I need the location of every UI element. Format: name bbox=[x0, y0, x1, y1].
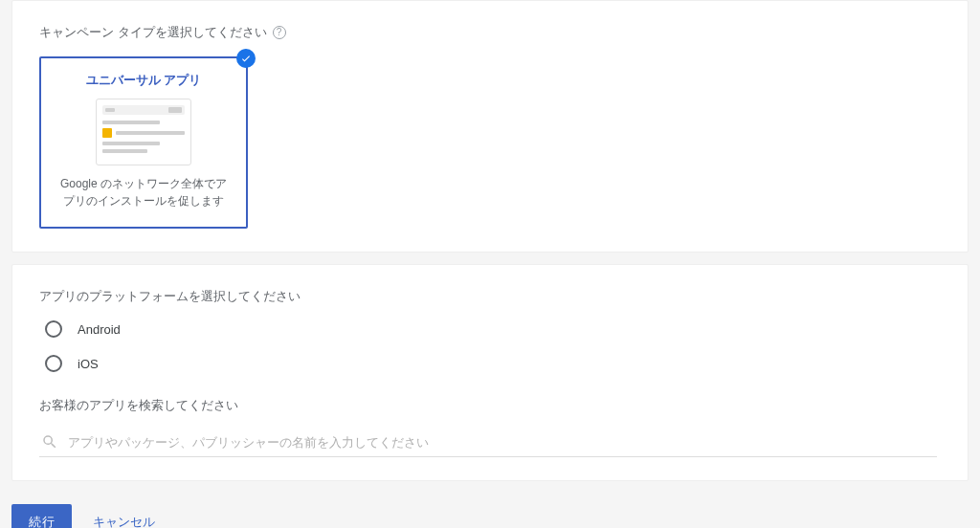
footer-actions: 続行 キャンセル bbox=[0, 493, 980, 528]
selected-check-icon bbox=[236, 49, 256, 68]
cancel-button[interactable]: キャンセル bbox=[93, 514, 155, 528]
platform-label: アプリのプラットフォームを選択してください bbox=[39, 288, 941, 305]
search-icon bbox=[41, 433, 58, 451]
campaign-type-option-universal-app[interactable]: ユニバーサル アプリ Google のネットワーク全体でアプリのインストールを促… bbox=[39, 56, 248, 229]
campaign-type-title: ユニバーサル アプリ bbox=[51, 72, 236, 89]
continue-button[interactable]: 続行 bbox=[11, 504, 72, 528]
platform-option-ios[interactable]: iOS bbox=[45, 355, 941, 372]
campaign-type-label-row: キャンペーン タイプを選択してください ? bbox=[39, 24, 941, 41]
platform-option-label: iOS bbox=[78, 357, 99, 371]
platform-option-label: Android bbox=[78, 322, 121, 337]
platform-card-section: アプリのプラットフォームを選択してください Android iOS お客様のアプ… bbox=[11, 264, 969, 481]
campaign-illustration bbox=[96, 99, 191, 165]
app-search-field[interactable] bbox=[39, 428, 937, 457]
radio-icon bbox=[45, 355, 62, 372]
platform-option-android[interactable]: Android bbox=[45, 320, 941, 338]
radio-icon bbox=[45, 320, 62, 338]
app-search-input[interactable] bbox=[68, 435, 935, 450]
campaign-type-label: キャンペーン タイプを選択してください bbox=[39, 24, 267, 41]
campaign-type-card-section: キャンペーン タイプを選択してください ? ユニバーサル アプリ Google … bbox=[11, 0, 969, 253]
campaign-type-description: Google のネットワーク全体でアプリのインストールを促します bbox=[51, 175, 236, 209]
help-icon[interactable]: ? bbox=[273, 26, 286, 39]
app-search-label: お客様のアプリを検索してください bbox=[39, 397, 941, 414]
